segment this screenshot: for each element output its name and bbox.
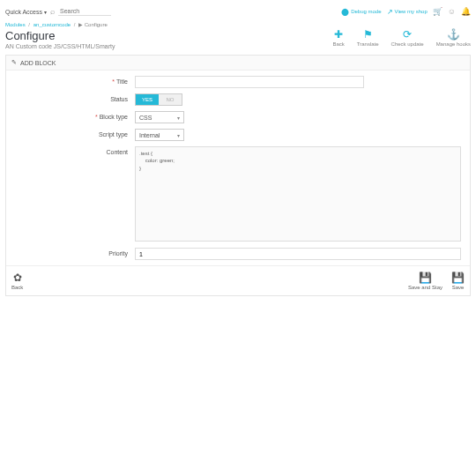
status-toggle[interactable]: YES NO	[135, 93, 182, 106]
translate-label: Translate	[357, 41, 379, 47]
priority-label: Priority	[108, 250, 128, 257]
content-label: Content	[106, 149, 128, 155]
header-actions: ✚ Back ⚑ Translate ⟳ Check update ⚓ Mana…	[332, 29, 471, 47]
breadcrumb-current: ▶ Configure	[78, 22, 108, 27]
back-action[interactable]: ✚ Back	[332, 29, 344, 47]
debug-mode-label: Debug mode	[351, 9, 381, 14]
view-shop-label: View my shop	[395, 9, 428, 14]
breadcrumb: Modules / an_customcode / ▶ Configure	[5, 21, 471, 27]
panel-heading-label: ADD BLOCK	[20, 60, 56, 66]
search-input[interactable]	[58, 7, 111, 16]
top-bar-left: Quick Access ⌕	[5, 7, 111, 16]
refresh-icon: ⟳	[391, 29, 424, 40]
bell-icon[interactable]: 🔔	[461, 7, 471, 16]
view-shop-link[interactable]: ↗ View my shop	[387, 8, 428, 16]
external-link-icon: ↗	[387, 8, 393, 16]
status-label: Status	[110, 96, 128, 102]
search-icon: ⌕	[50, 7, 55, 16]
footer-back-label: Back	[11, 285, 23, 290]
pencil-icon: ✎	[11, 59, 17, 66]
save-button[interactable]: 💾 Save	[451, 271, 465, 290]
save-icon: 💾	[451, 271, 465, 284]
gear-icon: ✿	[11, 271, 23, 284]
manage-hooks-action[interactable]: ⚓ Manage hooks	[436, 29, 471, 47]
priority-input[interactable]	[135, 248, 461, 260]
panel-footer: ✿ Back 💾 Save and Stay 💾 Save	[6, 265, 470, 295]
top-bar: Quick Access ⌕ ⬤ Debug mode ↗ View my sh…	[5, 5, 471, 18]
save-icon: 💾	[408, 271, 443, 284]
user-icon[interactable]: ☺	[448, 7, 456, 16]
back-label: Back	[332, 41, 344, 47]
check-update-action[interactable]: ⟳ Check update	[391, 29, 424, 47]
bug-icon: ⬤	[341, 8, 349, 16]
anchor-icon: ⚓	[436, 29, 471, 40]
status-no: NO	[159, 94, 182, 105]
check-update-label: Check update	[391, 41, 424, 47]
title-label: Title	[116, 78, 128, 85]
save-label: Save	[452, 285, 465, 290]
plus-circle-icon: ✚	[332, 29, 344, 40]
flag-icon: ⚑	[357, 29, 379, 40]
breadcrumb-modules[interactable]: Modules	[5, 22, 26, 27]
script-type-label: Script type	[99, 131, 128, 138]
cart-icon[interactable]: 🛒	[433, 7, 443, 16]
block-type-select[interactable]: CSS	[135, 111, 184, 123]
status-yes: YES	[136, 94, 159, 105]
save-stay-label: Save and Stay	[408, 285, 443, 290]
script-type-select[interactable]: Internal	[135, 129, 184, 141]
content-textarea[interactable]	[135, 146, 461, 242]
block-type-label: Block type	[100, 114, 128, 120]
page-title: Configure	[5, 29, 115, 42]
breadcrumb-module-name[interactable]: an_customcode	[33, 22, 71, 27]
page-subtitle: AN Custom code JS/CSS/HTML/Smarty	[5, 43, 115, 49]
manage-hooks-label: Manage hooks	[436, 41, 471, 47]
top-bar-right: ⬤ Debug mode ↗ View my shop 🛒 ☺ 🔔	[341, 7, 471, 16]
add-block-panel: ✎ ADD BLOCK *Title Status YES NO *Block …	[5, 55, 471, 296]
quick-access-menu[interactable]: Quick Access	[5, 9, 47, 15]
save-and-stay-button[interactable]: 💾 Save and Stay	[408, 271, 443, 290]
title-input[interactable]	[135, 76, 364, 88]
debug-mode-link[interactable]: ⬤ Debug mode	[341, 8, 381, 16]
translate-action[interactable]: ⚑ Translate	[357, 29, 379, 47]
panel-heading: ✎ ADD BLOCK	[6, 56, 470, 71]
page-header: Configure AN Custom code JS/CSS/HTML/Sma…	[5, 29, 471, 49]
footer-back-button[interactable]: ✿ Back	[11, 271, 23, 290]
